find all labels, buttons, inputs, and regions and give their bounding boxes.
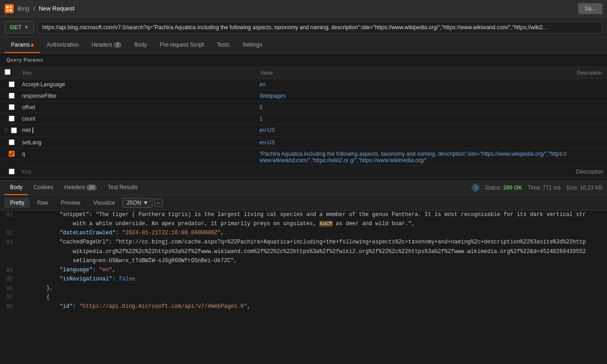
tab-params[interactable]: Params (5, 37, 40, 53)
view-tabs: Pretty Raw Preview Visualize JSON ▼ ≡ (0, 195, 607, 211)
breadcrumb-sep: / (33, 5, 35, 12)
svg-rect-1 (10, 6, 12, 8)
col-key: Key (18, 66, 256, 79)
tab-settings[interactable]: Settings (236, 37, 268, 53)
json-dropdown-arrow: ▼ (143, 200, 148, 206)
table-row: ⠿mkten-US (0, 125, 607, 137)
params-table: Key Value Description Accept-Languageenr… (0, 66, 607, 178)
col-value: Value (256, 66, 572, 79)
code-line: 91 "snippet": "The tiger ( Panthera tigr… (0, 211, 607, 220)
view-tab-preview[interactable]: Preview (55, 198, 86, 208)
request-tabs: Params Authorization Headers7 Body Pre-r… (0, 37, 607, 53)
code-line: 93 "cachedPageUrl": "http://cc.bingj.com… (0, 238, 607, 247)
row-description[interactable] (572, 148, 607, 166)
col-select-all[interactable] (0, 66, 18, 79)
code-line: 94 "language": "en", (0, 266, 607, 275)
row-description[interactable] (572, 90, 607, 102)
breadcrumb: Bing / New Request (17, 5, 74, 12)
row-value[interactable]: "Pachira Aquatica including the followin… (256, 148, 572, 166)
app-name: Bing (17, 5, 29, 12)
row-key[interactable]: offset (18, 102, 256, 113)
table-row: count1 (0, 113, 607, 125)
size-label: Size: 16.23 KB (566, 185, 602, 191)
row-value[interactable]: en (256, 79, 572, 90)
row-value[interactable]: 1 (256, 113, 572, 125)
row-value[interactable]: 0 (256, 102, 572, 113)
table-row: q"Pachira Aquatica including the followi… (0, 148, 607, 166)
row-checkbox[interactable] (9, 104, 15, 110)
row-key[interactable]: Key (18, 166, 256, 178)
table-row: KeyDescription (0, 166, 607, 178)
select-all-checkbox[interactable] (5, 69, 11, 75)
response-tab-cookies[interactable]: Cookies (28, 180, 58, 195)
response-tab-headers[interactable]: Headers24 (59, 180, 102, 195)
code-line: wikipedia.org%2f%22%2c%22https%3a%2f%2fw… (0, 248, 607, 257)
method-select[interactable]: GET ▼ (5, 21, 34, 33)
status-label: Status: 200 OK (485, 185, 522, 191)
response-tab-body[interactable]: Body (5, 180, 28, 195)
row-value[interactable]: en-US (256, 137, 572, 148)
query-params-section: Query Params Key Value Description Accep… (0, 53, 607, 178)
col-description: Description (572, 66, 607, 79)
row-value[interactable]: Webpages (256, 90, 572, 102)
row-description[interactable] (572, 102, 607, 113)
tab-prerequest[interactable]: Pre-request Script (153, 37, 211, 53)
svg-rect-0 (6, 6, 9, 8)
row-description[interactable] (572, 125, 607, 137)
filter-icon[interactable]: ≡ (154, 199, 163, 207)
row-key[interactable]: responseFilter (18, 90, 256, 102)
row-checkbox[interactable] (9, 116, 15, 121)
response-tabs: Body Cookies Headers24 Test Results 🌐 St… (0, 180, 607, 195)
tab-authorization[interactable]: Authorization (40, 37, 85, 53)
svg-rect-3 (10, 9, 12, 11)
code-line: with a white underside. An apex predator… (0, 220, 607, 229)
response-tab-testresults[interactable]: Test Results (102, 180, 143, 195)
row-checkbox[interactable] (9, 81, 15, 87)
title-bar: Bing / New Request Sa... (0, 0, 607, 17)
table-row: offset0 (0, 102, 607, 113)
row-value[interactable]: en-US (256, 125, 572, 137)
highlight-word: such (319, 221, 333, 227)
row-checkbox[interactable] (11, 127, 17, 133)
row-description[interactable] (572, 113, 607, 125)
url-input[interactable]: https://api.bing.microsoft.com/v7.0/sear… (37, 21, 602, 33)
status-info: 🌐 Status: 200 OK Time: 771 ms Size: 16.2… (472, 184, 602, 191)
row-value[interactable] (256, 166, 572, 178)
tab-name: New Request (39, 5, 74, 12)
svg-rect-2 (6, 9, 9, 11)
row-key[interactable]: mkt (18, 125, 256, 137)
code-line: 97 { (0, 293, 607, 302)
table-row: setLangen-US (0, 137, 607, 148)
row-description[interactable]: Description (572, 166, 607, 178)
row-checkbox[interactable] (9, 139, 15, 145)
json-format-select[interactable]: JSON ▼ (122, 198, 153, 208)
tab-headers[interactable]: Headers7 (85, 37, 128, 53)
method-label: GET (10, 24, 22, 31)
status-code: 200 OK (503, 185, 522, 191)
row-key[interactable]: q (18, 148, 256, 166)
row-description[interactable] (572, 137, 607, 148)
app-logo (5, 4, 14, 13)
view-tab-raw[interactable]: Raw (32, 198, 53, 208)
view-tab-visualize[interactable]: Visualize (88, 198, 121, 208)
query-params-label: Query Params (0, 53, 607, 66)
row-key[interactable]: Accept-Language (18, 79, 256, 90)
row-description[interactable] (572, 79, 607, 90)
row-key[interactable]: setLang (18, 137, 256, 148)
method-dropdown-arrow: ▼ (24, 25, 29, 30)
view-tab-pretty[interactable]: Pretty (5, 198, 30, 208)
table-row: responseFilterWebpages (0, 90, 607, 102)
time-label: Time: 771 ms (528, 185, 560, 191)
code-line: 92 "dateLastCrawled": "2024-01-21T22:16:… (0, 229, 607, 238)
drag-handle[interactable]: ⠿ (4, 127, 8, 134)
save-button[interactable]: Sa... (578, 3, 602, 14)
row-key[interactable]: count (18, 113, 256, 125)
code-area: 91 "snippet": "The tiger ( Panthera tigr… (0, 211, 607, 312)
tab-body[interactable]: Body (128, 37, 153, 53)
row-checkbox[interactable] (9, 151, 15, 157)
row-checkbox[interactable] (9, 93, 15, 99)
tab-tests[interactable]: Tests (210, 37, 236, 53)
row-checkbox[interactable] (9, 169, 15, 174)
code-line: setlang=en-US&w=x_tTdBWIW-sJSgR6OWfrOSnB… (0, 257, 607, 266)
table-row: Accept-Languageen (0, 79, 607, 90)
